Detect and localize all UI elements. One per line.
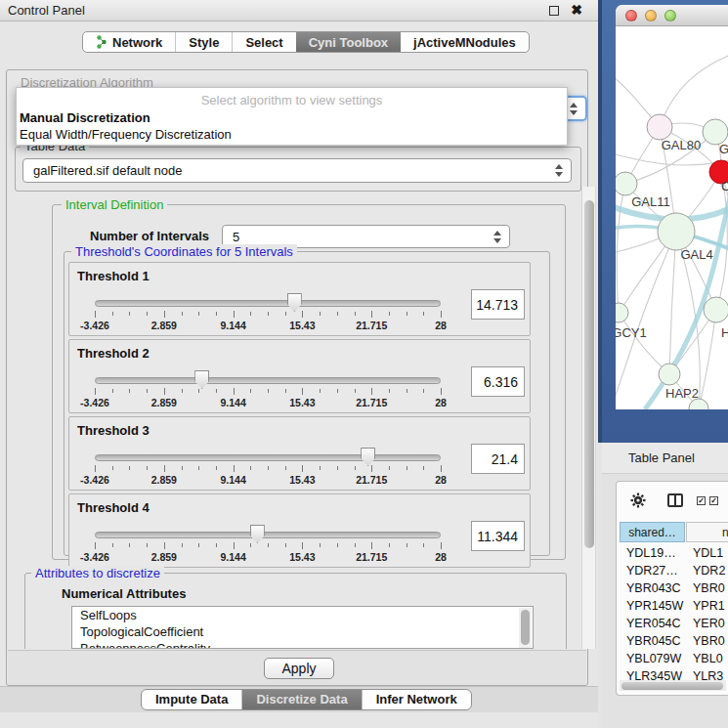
slider-tick	[234, 311, 235, 318]
slider-tick	[407, 389, 407, 393]
attribute-item-topologicalcoefficient[interactable]: TopologicalCoefficient	[72, 623, 533, 640]
threshold-4-slider-thumb[interactable]	[250, 525, 265, 543]
node-label-g-cut: G.	[719, 142, 728, 156]
tab-network-label: Network	[112, 35, 162, 50]
table-row[interactable]: YDR27…YDR2	[620, 562, 728, 579]
scrollbar-thumb[interactable]	[584, 200, 594, 548]
slider-tick	[320, 543, 321, 547]
tab-cyni-toolbox[interactable]: Cyni Toolbox	[296, 32, 401, 52]
combo-arrows-icon	[570, 102, 578, 116]
algorithm-option-equal-width[interactable]: Equal Width/Frequency Discretization	[20, 127, 232, 142]
slider-tick-label: 2.859	[151, 320, 177, 331]
slider-tick	[112, 466, 113, 470]
slider-tick-labels: -3.4262.8599.14415.4321.71528	[69, 397, 530, 408]
table-horizontal-scrollbar[interactable]	[620, 680, 726, 691]
table-row[interactable]: YBR045CYBR0	[620, 632, 728, 650]
attribute-item-betweennesscentrality[interactable]: BetweennessCentrality	[72, 640, 533, 649]
table-panel-area: ✓ ✓ shared… n YDL19…YDL1 YDR27…YDR2 YBR0…	[602, 474, 728, 728]
slider-tick	[147, 466, 148, 470]
network-canvas[interactable]: GAL80 G. C GAL11 GAL4 GCY1 H HAP2	[616, 26, 728, 409]
control-panel-titlebar[interactable]: Control Panel ✖	[0, 0, 598, 21]
slider-tick	[337, 543, 338, 547]
column-header-shared-name[interactable]: shared…	[620, 522, 685, 542]
attributes-list-scrollbar[interactable]	[519, 608, 532, 648]
node-gal4[interactable]	[658, 213, 695, 250]
slider-tick	[441, 311, 442, 318]
node-h-cut[interactable]	[704, 297, 728, 322]
split-table-icon[interactable]	[667, 493, 683, 507]
zoom-traffic-light-icon[interactable]	[664, 10, 676, 21]
threshold-1-value-field[interactable]	[471, 289, 525, 320]
settings-vertical-scrollbar[interactable]	[581, 187, 596, 649]
tab-jactivemnodules[interactable]: jActiveMNodules	[401, 32, 529, 52]
threshold-4-value-field[interactable]	[471, 521, 525, 551]
checkbox-icon[interactable]: ✓	[709, 496, 718, 505]
table-panel-titlebar[interactable]: Table Panel	[602, 443, 728, 474]
gear-icon[interactable]	[630, 492, 646, 508]
node-gal11[interactable]	[616, 172, 637, 195]
threshold-1-slider-thumb[interactable]	[287, 293, 302, 312]
threshold-4-label: Threshold 4	[77, 500, 150, 515]
slider-tick	[389, 543, 390, 547]
slider-tick-label: 9.144	[220, 397, 245, 408]
table-row[interactable]: YDL19…YDL1	[620, 544, 728, 562]
slider-tick-label: 15.43	[289, 320, 315, 331]
slider-tick	[407, 543, 407, 547]
slider-tick	[95, 542, 96, 549]
slider-tick	[95, 465, 96, 472]
slider-tick	[371, 388, 372, 395]
apply-button[interactable]: Apply	[264, 658, 334, 679]
network-window-titlebar[interactable]	[616, 5, 728, 26]
threshold-2-slider-thumb[interactable]	[194, 370, 209, 389]
slider-tick	[216, 389, 217, 393]
slider-tick	[423, 389, 424, 393]
tab-style[interactable]: Style	[175, 32, 232, 52]
slider-tick-label: -3.426	[80, 320, 109, 331]
table-row[interactable]: YBL079WYBL0	[620, 650, 728, 667]
node-hap2[interactable]	[659, 364, 680, 385]
threshold-3-value-field[interactable]	[471, 444, 525, 474]
minimize-traffic-light-icon[interactable]	[645, 10, 657, 21]
table-row[interactable]: YBR043CYBR0	[620, 579, 728, 597]
threshold-1-slider-track[interactable]	[95, 300, 441, 307]
slider-tick	[250, 312, 251, 316]
slider-tick-label: 21.715	[356, 551, 387, 563]
slider-tick-label: 28	[435, 474, 447, 486]
threshold-3-label: Threshold 3	[77, 423, 150, 438]
combo-arrows-icon	[493, 230, 502, 244]
tab-select[interactable]: Select	[232, 32, 295, 52]
node-label-gal11: GAL11	[631, 194, 670, 209]
close-traffic-light-icon[interactable]	[625, 10, 637, 21]
slider-tick	[355, 466, 356, 470]
threshold-3-slider-track[interactable]	[95, 454, 441, 461]
tab-network[interactable]: Network	[83, 32, 175, 52]
table-row[interactable]: YIL052CYIL0	[620, 691, 728, 696]
right-region: GAL80 G. C GAL11 GAL4 GCY1 H HAP2 Table …	[598, 0, 728, 728]
threshold-3-slider-thumb[interactable]	[361, 448, 375, 466]
tab-infer-network[interactable]: Infer Network	[362, 690, 471, 709]
checkbox-icon[interactable]: ✓	[697, 496, 706, 505]
algorithm-option-manual[interactable]: Manual Discretization	[20, 110, 150, 125]
tab-impute-data[interactable]: Impute Data	[142, 690, 241, 709]
threshold-2-slider-track[interactable]	[95, 377, 441, 384]
threshold-2-value-field[interactable]	[471, 366, 525, 397]
node-gcy1[interactable]	[616, 303, 628, 322]
slider-tick	[198, 312, 199, 316]
network-view-window: GAL80 G. C GAL11 GAL4 GCY1 H HAP2	[616, 5, 728, 409]
table-row[interactable]: YER054CYER0	[620, 615, 728, 632]
slider-tick	[389, 389, 390, 393]
tab-discretize-data[interactable]: Discretize Data	[241, 690, 361, 709]
threshold-4-slider-track[interactable]	[95, 532, 441, 538]
table-data-combobox[interactable]: galFiltered.sif default node	[22, 158, 572, 183]
table-row[interactable]: YPR145WYPR1	[620, 597, 728, 615]
slider-tick	[129, 543, 130, 547]
slider-tick-label: 2.859	[151, 397, 177, 408]
threshold-1-label: Threshold 1	[77, 269, 150, 283]
slider-tick	[441, 465, 442, 472]
column-header-name[interactable]: n	[686, 522, 728, 542]
close-icon[interactable]: ✖	[571, 2, 582, 18]
node-gal80[interactable]	[647, 114, 672, 140]
attribute-item-selfloops[interactable]: SelfLoops	[72, 607, 533, 623]
slider-tick	[234, 465, 235, 472]
float-window-icon[interactable]	[549, 6, 559, 16]
